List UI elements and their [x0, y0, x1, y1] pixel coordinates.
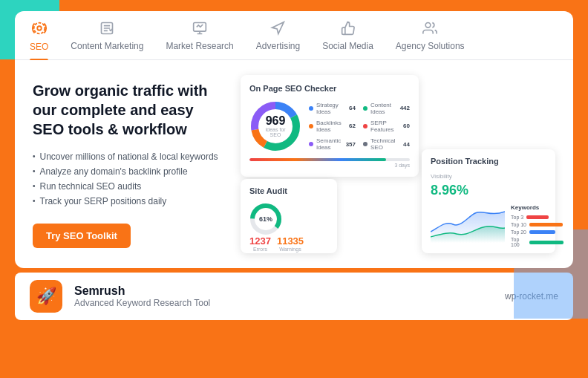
progress-bar — [249, 158, 410, 161]
keywords-section: Keywords Top 3 Top 10 Top 20 — [511, 204, 564, 247]
tab-content-label: Content Marketing — [71, 41, 143, 51]
gauge-percent: 61% — [259, 215, 272, 223]
kw-label-top100: Top 100 — [511, 237, 526, 247]
donut-number: 969 — [265, 115, 285, 127]
cta-button[interactable]: Try SEO Toolkit — [33, 224, 131, 248]
left-content: Grow organic traffic with our complete a… — [33, 75, 226, 253]
agency-icon — [422, 21, 437, 38]
progress-label: 3 days — [249, 163, 410, 168]
donut-center: 969 Ideas forSEO — [265, 115, 285, 137]
legend-dot-content — [363, 106, 368, 111]
donut-chart: 969 Ideas forSEO — [249, 100, 301, 152]
seo-checker-card: On Page SEO Checker — [241, 75, 419, 177]
footer-logo: 🚀 — [30, 280, 62, 313]
sparkline-chart — [431, 206, 505, 243]
progress-bar-fill — [249, 158, 386, 161]
seo-checker-title: On Page SEO Checker — [249, 84, 410, 93]
kw-row-top10: Top 10 — [511, 222, 564, 227]
legend-dot-semantic — [309, 142, 313, 146]
tab-social[interactable]: Social Media — [322, 21, 373, 59]
kw-bar-top3 — [526, 215, 549, 219]
legend-technical: Technical SEO 44 — [363, 137, 410, 152]
chart-keywords-wrapper: Keywords Top 3 Top 10 Top 20 — [431, 201, 546, 247]
content-area: Grow organic traffic with our complete a… — [15, 60, 573, 268]
seo-legend: Strategy Ideas 64 Content Ideas 442 Back… — [309, 100, 410, 152]
right-content: On Page SEO Checker — [241, 75, 555, 253]
position-tracking-card: Position Tracking Visibility 8.96% — [422, 149, 555, 253]
legend-serp: SERP Features 60 — [363, 118, 410, 134]
donut-label: Ideas forSEO — [265, 127, 285, 137]
footer-text: Semrush Advanced Keyword Research Tool — [74, 284, 493, 308]
tab-seo[interactable]: SEO — [30, 20, 48, 59]
stat-errors: 1237 Errors — [249, 235, 271, 252]
legend-dot-strategy — [309, 106, 313, 111]
market-icon — [192, 21, 207, 38]
svg-point-1 — [33, 23, 45, 34]
gauge-chart: 61% — [249, 203, 282, 235]
tab-agency[interactable]: Agency Solutions — [396, 21, 465, 59]
content-icon — [99, 21, 114, 38]
kw-row-top20: Top 20 — [511, 229, 564, 235]
page-wrapper: SEO Content Marketing Ma — [0, 0, 588, 378]
keywords-label: Keywords — [511, 204, 564, 211]
legend-semantic: Semantic Ideas 357 — [309, 137, 356, 152]
social-icon — [341, 21, 356, 38]
kw-bar-top20 — [529, 230, 555, 234]
legend-dot-technical — [363, 142, 368, 146]
kw-label-top3: Top 3 — [511, 215, 523, 220]
legend-content: Content Ideas 442 — [363, 100, 410, 116]
footer-brand: Semrush — [74, 284, 493, 298]
kw-row-top3: Top 3 — [511, 215, 564, 220]
legend-dot-backlinks — [309, 124, 313, 128]
tab-seo-label: SEO — [30, 42, 48, 52]
svg-point-0 — [37, 26, 42, 30]
tab-social-label: Social Media — [322, 41, 373, 51]
tab-agency-label: Agency Solutions — [396, 41, 465, 51]
tab-advertising-label: Advertising — [256, 41, 300, 51]
warning-count: 11335 — [277, 235, 304, 247]
kw-bar-top100 — [529, 241, 564, 244]
legend-backlinks: Backlinks Ideas 62 — [309, 118, 356, 134]
tab-market-label: Market Research — [166, 41, 233, 51]
feature-2: Analyze any domain's backlink profile — [33, 164, 226, 179]
footer-bar: 🚀 Semrush Advanced Keyword Research Tool… — [15, 273, 573, 320]
warning-label: Warnings — [277, 247, 304, 252]
tab-content[interactable]: Content Marketing — [71, 21, 143, 59]
kw-label-top10: Top 10 — [511, 222, 526, 227]
site-audit-gauge: 61% — [249, 203, 328, 235]
error-label: Errors — [249, 247, 271, 252]
headline: Grow organic traffic with our complete a… — [33, 81, 226, 139]
audit-stats: 1237 Errors 11335 Warnings — [249, 235, 328, 252]
advertising-icon — [270, 21, 285, 38]
feature-3: Run technical SEO audits — [33, 179, 226, 194]
site-audit-title: Site Audit — [249, 186, 328, 195]
seo-checker-content: 969 Ideas forSEO Strategy Ideas 64 — [249, 100, 410, 152]
features-list: Uncover millions of national & local key… — [33, 149, 226, 209]
main-card: SEO Content Marketing Ma — [15, 11, 573, 268]
feature-1: Uncover millions of national & local key… — [33, 149, 226, 164]
nav-tabs: SEO Content Marketing Ma — [15, 11, 573, 60]
svg-point-9 — [425, 23, 431, 28]
footer-subtitle: Advanced Keyword Research Tool — [74, 298, 493, 308]
feature-4: Track your SERP positions daily — [33, 194, 226, 209]
kw-bar-top10 — [529, 223, 563, 227]
semrush-logo-icon: 🚀 — [36, 287, 56, 306]
kw-label-top20: Top 20 — [511, 229, 526, 235]
tab-advertising[interactable]: Advertising — [256, 21, 300, 59]
visibility-label: Visibility — [431, 173, 546, 180]
legend-strategy: Strategy Ideas 64 — [309, 100, 356, 116]
position-tracking-title: Position Tracking — [431, 157, 546, 166]
stat-warnings: 11335 Warnings — [277, 235, 304, 252]
legend-dot-serp — [363, 124, 368, 128]
tab-market[interactable]: Market Research — [166, 21, 233, 59]
site-audit-card: Site Audit 61% 1237 Er — [241, 179, 337, 253]
kw-row-top100: Top 100 — [511, 237, 564, 247]
seo-icon — [31, 20, 48, 39]
error-count: 1237 — [249, 235, 271, 247]
visibility-percent: 8.96% — [431, 183, 546, 198]
